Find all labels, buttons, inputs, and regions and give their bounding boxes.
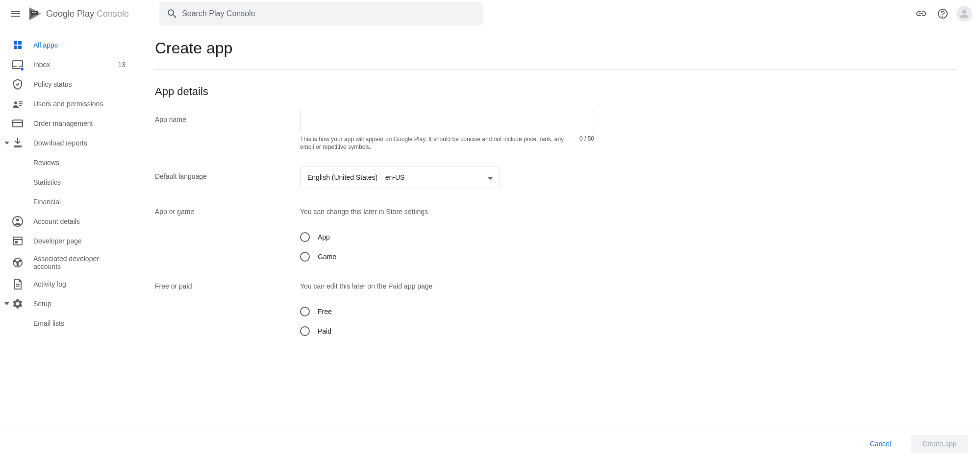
sidebar-sub-statistics[interactable]: Statistics — [0, 172, 137, 192]
download-icon — [12, 137, 24, 149]
sidebar-nav: All apps Inbox 13 Policy status Users an… — [0, 27, 137, 428]
sidebar-item-associated-accounts[interactable]: Associated developer accounts — [0, 251, 137, 274]
sidebar-item-setup[interactable]: Setup — [0, 294, 137, 314]
gear-icon — [12, 298, 24, 310]
radio-option-free[interactable]: Free — [300, 302, 594, 321]
user-avatar[interactable] — [956, 6, 972, 22]
app-header: Google Play Console — [0, 0, 980, 27]
inbox-count-badge: 13 — [118, 61, 126, 69]
svg-point-24 — [15, 261, 16, 262]
sidebar-item-policy-status[interactable]: Policy status — [0, 74, 137, 94]
svg-point-23 — [17, 262, 19, 264]
radio-label: Paid — [318, 327, 331, 335]
sidebar-item-inbox[interactable]: Inbox 13 — [0, 55, 137, 74]
app-or-game-hint: You can change this later in Store setti… — [300, 208, 594, 216]
sidebar-item-all-apps[interactable]: All apps — [0, 35, 137, 55]
help-button[interactable] — [933, 4, 953, 24]
inbox-icon — [12, 59, 24, 71]
document-icon — [12, 278, 24, 290]
notification-dot-icon — [20, 67, 24, 71]
app-or-game-label: App or game — [155, 208, 300, 266]
radio-option-game[interactable]: Game — [300, 247, 594, 266]
section-title: App details — [155, 85, 956, 98]
select-value: English (United States) – en-US — [307, 173, 404, 181]
app-name-label: App name — [155, 110, 300, 151]
sidebar-label: Users and permissions — [33, 100, 126, 108]
radio-icon — [300, 307, 310, 316]
account-icon — [12, 216, 24, 227]
free-or-paid-label: Free or paid — [155, 282, 300, 341]
sidebar-item-activity-log[interactable]: Activity log — [0, 274, 137, 294]
free-or-paid-hint: You can edit this later on the Paid app … — [300, 282, 594, 290]
radio-label: App — [318, 233, 330, 241]
sidebar-item-account-details[interactable]: Account details — [0, 212, 137, 231]
webpage-icon — [12, 235, 24, 247]
char-count: 0 / 50 — [579, 135, 594, 151]
help-icon — [937, 8, 949, 20]
sidebar-label: Setup — [33, 300, 126, 308]
apps-icon — [12, 39, 24, 51]
form-row-app-name: App name This is how your app will appea… — [155, 110, 956, 151]
form-row-language: Default language English (United States)… — [155, 167, 956, 188]
radio-icon — [300, 326, 310, 336]
users-icon — [12, 98, 24, 110]
caret-down-icon — [2, 138, 12, 148]
svg-rect-13 — [13, 120, 23, 127]
associated-icon — [12, 257, 24, 268]
svg-point-26 — [17, 265, 19, 266]
radio-label: Free — [318, 308, 332, 315]
google-play-console-logo[interactable]: Google Play Console — [29, 6, 129, 21]
hamburger-menu-button[interactable] — [4, 2, 27, 25]
sidebar-label: Order management — [33, 120, 126, 127]
sidebar-label: Developer page — [33, 237, 126, 245]
sidebar-sub-email-lists[interactable]: Email lists — [0, 314, 137, 333]
svg-rect-6 — [18, 41, 22, 45]
radio-icon — [300, 232, 310, 242]
form-row-free-or-paid: Free or paid You can edit this later on … — [155, 282, 956, 341]
sidebar-label: All apps — [33, 41, 126, 49]
divider — [155, 69, 956, 70]
person-icon — [958, 8, 970, 20]
search-bar[interactable] — [159, 2, 483, 25]
sidebar-sub-financial[interactable]: Financial — [0, 192, 137, 212]
hamburger-icon — [10, 8, 22, 20]
logo-text-console: Console — [97, 9, 129, 19]
svg-rect-7 — [14, 46, 17, 49]
play-logo-icon — [29, 6, 42, 21]
caret-down-icon — [2, 299, 12, 309]
dropdown-arrow-icon — [488, 173, 493, 181]
radio-option-paid[interactable]: Paid — [300, 321, 594, 341]
radio-option-app[interactable]: App — [300, 227, 594, 247]
svg-point-25 — [20, 261, 21, 262]
app-name-input[interactable] — [300, 110, 594, 131]
credit-card-icon — [12, 118, 24, 129]
svg-marker-15 — [4, 142, 9, 145]
form-row-app-or-game: App or game You can change this later in… — [155, 208, 956, 266]
sidebar-label: Associated developer accounts — [33, 255, 126, 270]
sidebar-item-download-reports[interactable]: Download reports — [0, 133, 137, 153]
svg-point-18 — [16, 218, 19, 221]
svg-rect-21 — [15, 241, 18, 243]
link-button[interactable] — [911, 4, 931, 24]
main-content: Create app App details App name This is … — [137, 27, 980, 428]
logo-text-play: Google Play — [46, 9, 94, 19]
header-actions — [911, 4, 976, 24]
link-icon — [915, 8, 927, 20]
sidebar-label: Account details — [33, 217, 126, 225]
radio-icon — [300, 252, 310, 262]
search-input[interactable] — [182, 2, 480, 25]
svg-rect-16 — [14, 146, 21, 147]
sidebar-sub-reviews[interactable]: Reviews — [0, 153, 137, 172]
sidebar-item-order-management[interactable]: Order management — [0, 114, 137, 133]
default-language-label: Default language — [155, 167, 300, 188]
svg-marker-30 — [488, 177, 493, 180]
svg-rect-5 — [14, 41, 17, 45]
sidebar-label: Download reports — [33, 139, 126, 147]
svg-marker-29 — [4, 302, 9, 305]
page-title: Create app — [155, 39, 956, 57]
sidebar-item-developer-page[interactable]: Developer page — [0, 231, 137, 251]
default-language-select[interactable]: English (United States) – en-US — [300, 167, 500, 188]
sidebar-label: Activity log — [33, 280, 126, 288]
svg-rect-8 — [18, 46, 22, 49]
sidebar-item-users-permissions[interactable]: Users and permissions — [0, 94, 137, 114]
